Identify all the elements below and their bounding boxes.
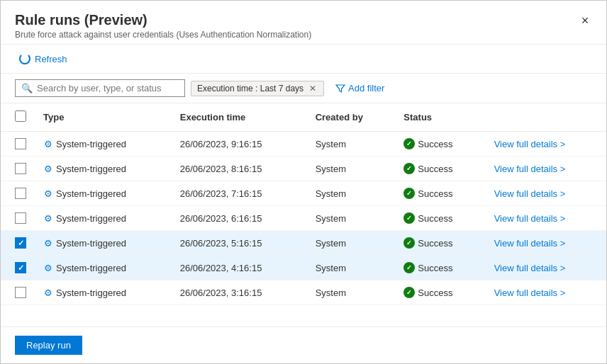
- action-cell[interactable]: View full details >: [486, 256, 606, 280]
- action-cell[interactable]: View full details >: [486, 206, 606, 231]
- gear-icon: ⚙: [43, 139, 53, 149]
- select-all-checkbox[interactable]: [15, 110, 26, 122]
- type-cell: ⚙System-triggered: [35, 280, 172, 305]
- row-checkbox-cell[interactable]: [1, 256, 35, 280]
- search-box[interactable]: 🔍: [15, 79, 185, 97]
- status-cell: Success: [395, 181, 485, 206]
- row-checkbox[interactable]: [15, 188, 26, 199]
- table-row: ⚙System-triggered26/06/2023, 6:16:15Syst…: [1, 206, 606, 231]
- table-container[interactable]: Type Execution time Created by Status ⚙S…: [1, 103, 606, 326]
- status-cell: Success: [395, 206, 485, 231]
- row-checkbox[interactable]: [15, 138, 26, 149]
- gear-icon: ⚙: [43, 288, 53, 297]
- funnel-icon: [335, 84, 345, 93]
- type-cell: ⚙System-triggered: [35, 256, 172, 280]
- refresh-label: Refresh: [35, 54, 67, 64]
- success-icon: [403, 188, 415, 199]
- status-label: Success: [418, 164, 452, 174]
- type-cell: ⚙System-triggered: [35, 206, 172, 231]
- search-icon: 🔍: [21, 83, 33, 93]
- execution-time-cell: 26/06/2023, 3:16:15: [172, 280, 307, 305]
- status-cell: Success: [395, 132, 485, 157]
- created-by-cell: System: [307, 181, 396, 206]
- execution-time-filter-chip: Execution time : Last 7 days ✕: [191, 81, 324, 96]
- success-icon: [403, 163, 415, 174]
- type-label: System-triggered: [56, 213, 126, 224]
- execution-time-cell: 26/06/2023, 5:16:15: [172, 231, 307, 256]
- row-checkbox-cell[interactable]: [1, 181, 35, 206]
- action-cell[interactable]: View full details >: [486, 231, 606, 256]
- gear-icon: ⚙: [43, 263, 53, 273]
- chip-close-button[interactable]: ✕: [308, 84, 318, 93]
- execution-time-cell: 26/06/2023, 9:16:15: [172, 132, 307, 157]
- refresh-icon: [19, 53, 30, 64]
- refresh-button[interactable]: Refresh: [15, 50, 72, 67]
- type-label: System-triggered: [56, 139, 126, 149]
- created-by-cell: System: [307, 206, 396, 231]
- table-row: ⚙System-triggered26/06/2023, 8:16:15Syst…: [1, 157, 606, 181]
- execution-time-cell: 26/06/2023, 7:16:15: [172, 181, 307, 206]
- view-full-details-button[interactable]: View full details >: [494, 288, 566, 298]
- type-label: System-triggered: [56, 263, 126, 273]
- status-cell: Success: [395, 256, 485, 280]
- view-full-details-button[interactable]: View full details >: [494, 213, 566, 224]
- add-filter-button[interactable]: Add filter: [330, 81, 390, 96]
- row-checkbox-cell[interactable]: [1, 157, 35, 181]
- close-button[interactable]: ×: [575, 11, 595, 30]
- add-filter-label: Add filter: [348, 83, 384, 93]
- gear-icon: ⚙: [43, 238, 53, 248]
- created-by-cell: System: [307, 231, 396, 256]
- table-row: ⚙System-triggered26/06/2023, 3:16:15Syst…: [1, 280, 606, 305]
- row-checkbox-cell[interactable]: [1, 280, 35, 305]
- status-cell: Success: [395, 280, 485, 305]
- toolbar: Refresh: [1, 45, 606, 74]
- action-cell[interactable]: View full details >: [486, 157, 606, 181]
- status-cell: Success: [395, 157, 485, 181]
- status-cell: Success: [395, 231, 485, 256]
- status-label: Success: [418, 213, 452, 224]
- type-cell: ⚙System-triggered: [35, 181, 172, 206]
- table-row: ⚙System-triggered26/06/2023, 5:16:15Syst…: [1, 231, 606, 256]
- created-by-cell: System: [307, 157, 396, 181]
- search-input[interactable]: [37, 83, 179, 93]
- success-icon: [403, 138, 415, 149]
- select-all-header[interactable]: [1, 103, 35, 132]
- type-label: System-triggered: [56, 164, 126, 174]
- type-cell: ⚙System-triggered: [35, 231, 172, 256]
- row-checkbox[interactable]: [15, 262, 26, 273]
- view-full-details-button[interactable]: View full details >: [494, 164, 566, 174]
- row-checkbox[interactable]: [15, 237, 26, 249]
- success-icon: [403, 212, 415, 224]
- table-row: ⚙System-triggered26/06/2023, 7:16:15Syst…: [1, 181, 606, 206]
- type-cell: ⚙System-triggered: [35, 157, 172, 181]
- view-full-details-button[interactable]: View full details >: [494, 188, 566, 199]
- runs-table: Type Execution time Created by Status ⚙S…: [1, 103, 606, 305]
- type-cell: ⚙System-triggered: [35, 132, 172, 157]
- action-cell[interactable]: View full details >: [486, 132, 606, 157]
- view-full-details-button[interactable]: View full details >: [494, 263, 566, 273]
- row-checkbox[interactable]: [15, 287, 26, 298]
- table-row: ⚙System-triggered26/06/2023, 4:16:15Syst…: [1, 256, 606, 280]
- execution-time-cell: 26/06/2023, 8:16:15: [172, 157, 307, 181]
- status-label: Success: [418, 238, 452, 249]
- row-checkbox[interactable]: [15, 212, 26, 224]
- action-cell[interactable]: View full details >: [486, 181, 606, 206]
- success-icon: [403, 237, 415, 249]
- replay-run-button[interactable]: Replay run: [15, 336, 82, 355]
- row-checkbox-cell[interactable]: [1, 231, 35, 256]
- status-header: Status: [395, 103, 485, 132]
- view-full-details-button[interactable]: View full details >: [494, 139, 566, 149]
- rule-runs-dialog: Rule runs (Preview) Brute force attack a…: [0, 0, 607, 364]
- row-checkbox-cell[interactable]: [1, 206, 35, 231]
- view-full-details-button[interactable]: View full details >: [494, 238, 566, 249]
- footer: Replay run: [1, 326, 606, 363]
- row-checkbox-cell[interactable]: [1, 132, 35, 157]
- gear-icon: ⚙: [43, 188, 53, 198]
- type-label: System-triggered: [56, 288, 126, 298]
- execution-time-header: Execution time: [172, 103, 307, 132]
- type-label: System-triggered: [56, 188, 126, 199]
- action-cell[interactable]: View full details >: [486, 280, 606, 305]
- success-icon: [403, 262, 415, 273]
- row-checkbox[interactable]: [15, 163, 26, 174]
- created-by-cell: System: [307, 256, 396, 280]
